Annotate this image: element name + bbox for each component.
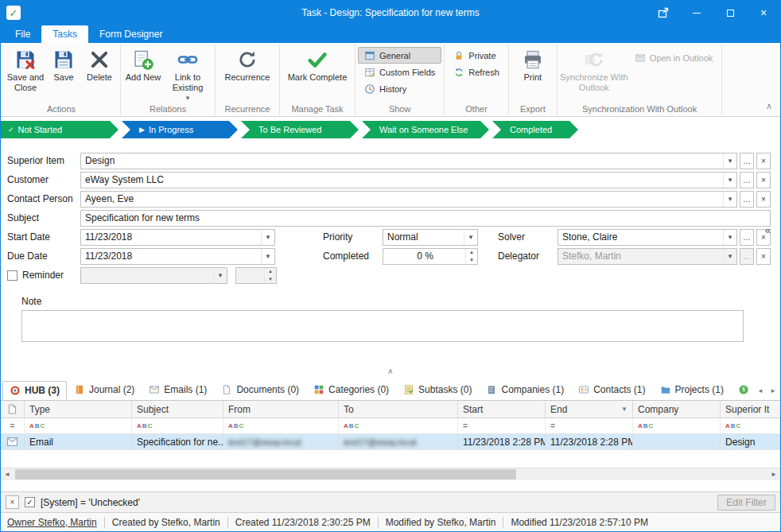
add-new-button[interactable]: Add New <box>123 45 163 103</box>
save-and-close-button[interactable]: Save and Close <box>5 45 46 103</box>
dropdown-caret-icon[interactable]: ▾ <box>464 230 477 245</box>
superior-item-browse-button[interactable]: … <box>740 153 754 169</box>
tab-companies[interactable]: Companies (1) <box>479 380 571 400</box>
filter-subject[interactable]: ABC <box>132 418 223 433</box>
grid-header-end[interactable]: End ▼ <box>546 401 633 417</box>
filter-to[interactable]: ABC <box>339 418 458 433</box>
contact-person-clear-button[interactable]: × <box>756 191 771 208</box>
tab-emails[interactable]: Emails (1) <box>142 380 214 400</box>
contacts-icon <box>578 384 589 395</box>
delete-button[interactable]: Delete <box>81 45 118 103</box>
filter-company[interactable]: ABC <box>633 418 721 433</box>
tab-documents[interactable]: Documents (0) <box>214 380 306 400</box>
customer-field[interactable]: eWay System LLC ▾ <box>80 172 737 188</box>
solver-field[interactable]: Stone, Claire ▾ <box>558 229 737 246</box>
superior-item-field[interactable]: Design ▾ <box>80 153 737 169</box>
edit-filter-button[interactable]: Edit Filter <box>717 495 775 511</box>
menu-tab-tasks[interactable]: Tasks <box>41 25 88 43</box>
filter-superior-item[interactable]: ABC <box>721 418 780 433</box>
filter-end[interactable]: = <box>546 418 633 433</box>
customer-browse-button[interactable]: … <box>740 172 754 188</box>
show-general-button[interactable]: General <box>358 47 441 64</box>
reminder-checkbox[interactable] <box>7 270 17 281</box>
dropdown-caret-icon[interactable]: ▾ <box>261 249 274 264</box>
filter-equals-icon[interactable]: = <box>1 418 25 433</box>
scrollbar-track[interactable] <box>14 468 767 481</box>
grid-header-superior-item[interactable]: Superior It <box>721 401 780 417</box>
ribbon-collapse-button[interactable]: ∧ <box>766 101 772 111</box>
grid-header-icon-column[interactable] <box>1 401 25 417</box>
tab-scroll-right-button[interactable]: ▸ <box>767 384 779 397</box>
grid-row-email[interactable]: Email Specification for ne... test17@ewa… <box>1 434 780 450</box>
subject-input[interactable]: Specification for new terms <box>80 210 771 227</box>
start-date-field[interactable]: 11/23/2018 ▾ <box>80 229 275 246</box>
dropdown-caret-icon[interactable]: ▾ <box>723 192 736 207</box>
solver-browse-button[interactable]: … <box>740 229 754 246</box>
bottom-panel-collapse-button[interactable]: ∧ <box>1 366 780 377</box>
private-button[interactable]: Private <box>447 47 506 64</box>
grid-header-subject[interactable]: Subject <box>132 401 223 417</box>
status-owner[interactable]: Owner Stefko, Martin <box>7 517 97 528</box>
menu-tab-file[interactable]: File <box>4 25 41 43</box>
workflow-step-completed[interactable]: Completed <box>492 121 578 138</box>
grid-header-type[interactable]: Type <box>25 401 132 417</box>
show-history-button[interactable]: History <box>358 80 441 97</box>
close-button[interactable]: × <box>747 1 780 25</box>
priority-field[interactable]: Normal ▾ <box>383 229 478 246</box>
tab-subtasks[interactable]: Subtasks (0) <box>396 380 479 400</box>
show-custom-fields-button[interactable]: Custom Fields <box>358 64 441 80</box>
scroll-right-button[interactable]: ► <box>767 468 780 481</box>
workflow-step-not-started[interactable]: ✓ Not Started <box>1 121 119 138</box>
filter-start[interactable]: = <box>458 418 546 433</box>
filter-enabled-checkbox[interactable]: ✓ <box>25 497 35 507</box>
delegator-browse-button: … <box>740 248 754 265</box>
spinner-buttons[interactable]: ▲▼ <box>465 249 477 264</box>
spin-down-icon[interactable]: ▼ <box>466 256 477 264</box>
grid-header-from[interactable]: From <box>223 401 339 417</box>
contact-person-browse-button[interactable]: … <box>740 191 754 208</box>
side-panel-collapse-button[interactable]: « <box>765 224 771 236</box>
scroll-left-button[interactable]: ◄ <box>1 468 14 481</box>
superior-item-clear-button[interactable]: × <box>756 153 771 169</box>
contact-person-field[interactable]: Ayeen, Eve ▾ <box>80 191 737 208</box>
recurrence-button[interactable]: Recurrence <box>218 45 277 103</box>
workflow-step-wait-on-someone-else[interactable]: Wait on Someone Else <box>362 121 489 138</box>
completed-spinner[interactable]: 0 % ▲▼ <box>383 248 478 265</box>
tab-categories[interactable]: Categories (0) <box>306 380 396 400</box>
link-to-existing-button[interactable]: Link to Existing▾ <box>163 45 212 103</box>
spin-up-icon[interactable]: ▲ <box>466 249 477 257</box>
delegator-clear-button[interactable]: × <box>756 248 771 265</box>
tab-projects[interactable]: Projects (1) <box>653 380 731 400</box>
minimize-button[interactable] <box>680 1 713 25</box>
dropdown-caret-icon[interactable]: ▾ <box>723 173 736 188</box>
print-button[interactable]: Print <box>511 45 554 103</box>
dropdown-caret-icon[interactable]: ▾ <box>261 230 274 245</box>
filter-close-button[interactable]: × <box>6 495 19 509</box>
scrollbar-thumb[interactable] <box>15 469 516 480</box>
save-button[interactable]: Save <box>46 45 81 103</box>
maximize-button[interactable] <box>713 1 747 25</box>
workflow-step-to-be-reviewed[interactable]: To Be Reviewed <box>241 121 359 138</box>
mark-complete-button[interactable]: Mark Complete <box>282 45 352 103</box>
dropdown-caret-icon[interactable]: ▾ <box>723 153 736 169</box>
dropdown-caret-icon[interactable]: ▾ <box>723 230 736 245</box>
menu-tab-form-designer[interactable]: Form Designer <box>88 25 173 43</box>
customer-clear-button[interactable]: × <box>756 172 771 188</box>
ribbon-group-label-manage-task: Manage Task <box>282 103 352 116</box>
tab-contacts[interactable]: Contacts (1) <box>571 380 652 400</box>
tab-journal[interactable]: Journal (2) <box>67 380 142 400</box>
workflow-step-in-progress[interactable]: ▶ In Progress <box>122 121 238 138</box>
note-textarea[interactable] <box>21 310 744 342</box>
grid-header-start[interactable]: Start <box>458 401 546 417</box>
filter-type[interactable]: ABC <box>25 418 132 433</box>
horizontal-scrollbar[interactable]: ◄ ► <box>1 468 780 480</box>
filter-from[interactable]: ABC <box>223 418 339 433</box>
popout-button[interactable] <box>647 1 680 25</box>
grid-header-company[interactable]: Company <box>633 401 721 417</box>
refresh-button[interactable]: Refresh <box>447 64 506 80</box>
tab-hub[interactable]: HUB (3) <box>2 381 67 401</box>
due-date-field[interactable]: 11/23/2018 ▾ <box>80 248 275 265</box>
ribbon-group-label-actions: Actions <box>5 103 118 116</box>
tab-scroll-left-button[interactable]: ◂ <box>755 384 766 397</box>
grid-header-to[interactable]: To <box>339 401 458 417</box>
